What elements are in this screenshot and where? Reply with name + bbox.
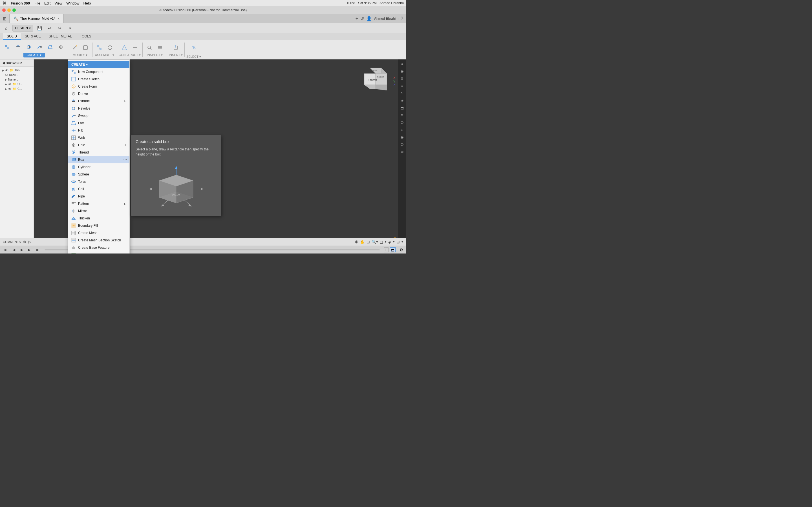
timeline-play-button[interactable]: ▶ <box>18 247 25 253</box>
menu-window[interactable]: Window <box>66 1 79 5</box>
assemble-group-label[interactable]: ASSEMBLE ▾ <box>95 53 114 57</box>
menu-item-create-sketch[interactable]: Create Sketch <box>68 75 130 83</box>
ribbon-assemble-1[interactable] <box>94 43 104 53</box>
menu-item-torus[interactable]: Torus <box>68 178 130 185</box>
dropdown-header[interactable]: CREATE ▾ <box>68 61 130 68</box>
close-window-button[interactable] <box>2 8 6 12</box>
account-button[interactable]: 👤 <box>366 16 372 21</box>
panel-btn-5[interactable]: ∿ <box>399 90 405 97</box>
panel-btn-10[interactable]: ⊙ <box>399 126 405 133</box>
menu-item-derive[interactable]: Derive <box>68 90 130 98</box>
active-tab[interactable]: 🔨 Thor Hammer Mold v1* × <box>10 14 64 23</box>
grid-dropdown[interactable]: ▾ <box>402 240 403 244</box>
redo-button[interactable]: ↪ <box>56 25 64 32</box>
display-mode-icon[interactable]: ◻ <box>380 240 383 244</box>
ribbon-construct-2[interactable] <box>130 43 140 53</box>
menu-item-create-mesh-section[interactable]: Create Mesh Section Sketch <box>68 237 130 244</box>
tab-surface[interactable]: SURFACE <box>21 33 45 40</box>
menu-item-coil[interactable]: Coil <box>68 185 130 193</box>
settings-icon[interactable]: ⚙ <box>400 247 403 252</box>
zoom-dropdown[interactable]: 🔍▾ <box>371 240 378 244</box>
ribbon-select-1[interactable] <box>187 41 200 54</box>
menu-item-extrude[interactable]: Extrude E <box>68 98 130 105</box>
ribbon-sweep[interactable] <box>35 42 45 52</box>
menu-item-web[interactable]: Web <box>68 134 130 142</box>
inspect-group-label[interactable]: INSPECT ▾ <box>147 53 163 57</box>
ribbon-inspect-2[interactable] <box>155 43 165 53</box>
more-options-button[interactable]: ▾ <box>66 25 74 32</box>
timeline-view-2[interactable]: ⬒ <box>390 247 396 252</box>
menu-item-thicken[interactable]: Thicken <box>68 215 130 222</box>
new-tab-button[interactable]: + <box>356 16 358 21</box>
sidebar-item-component[interactable]: ▶ 👁 📁 C... <box>1 87 33 91</box>
grid-icon[interactable]: ⊞ <box>396 240 400 244</box>
ribbon-extrude[interactable] <box>13 42 23 52</box>
menu-item-pipe[interactable]: Pipe <box>68 193 130 200</box>
sidebar-collapse-icon[interactable]: ◀ <box>2 61 4 65</box>
minimize-window-button[interactable] <box>7 8 11 12</box>
comments-add-icon[interactable]: ⊕ <box>23 240 26 244</box>
panel-btn-13[interactable]: ✉ <box>399 149 405 155</box>
ribbon-modify-1[interactable] <box>70 43 80 53</box>
menu-item-cylinder[interactable]: Cylinder <box>68 163 130 171</box>
menu-item-mirror[interactable]: Mirror <box>68 207 130 215</box>
menu-item-create-mesh[interactable]: Create Mesh <box>68 229 130 237</box>
box-more-icon[interactable]: ⋯ <box>123 158 127 162</box>
sidebar-item-named-views[interactable]: ▶ Name... <box>1 77 33 82</box>
timeline-prev-button[interactable]: ◀ <box>11 247 17 253</box>
save-button[interactable]: 💾 <box>36 25 43 32</box>
ribbon-new-component[interactable] <box>2 42 12 52</box>
modify-group-label[interactable]: MODIFY ▾ <box>73 53 87 57</box>
viewcube[interactable]: FRONT RIGHT TOP <box>361 65 387 91</box>
refresh-button[interactable]: ↺ <box>360 16 364 21</box>
display-mode-dropdown[interactable]: ▾ <box>385 240 387 244</box>
app-grid-button[interactable]: ⊞ <box>0 14 10 23</box>
effects-dropdown[interactable]: ▾ <box>393 240 395 244</box>
menu-item-rib[interactable]: Rib <box>68 127 130 134</box>
design-mode-button[interactable]: DESIGN ▾ <box>12 25 33 32</box>
ribbon-hole[interactable] <box>56 42 66 52</box>
comments-expand-icon[interactable]: ▷ <box>29 240 31 244</box>
panel-btn-4[interactable]: ≡ <box>399 82 405 89</box>
home-button[interactable]: ⌂ <box>2 25 10 32</box>
timeline-next-button[interactable]: ▶| <box>27 247 33 253</box>
tab-sheet-metal[interactable]: SHEET METAL <box>45 33 76 40</box>
maximize-window-button[interactable] <box>12 8 16 12</box>
timeline-view-1[interactable]: □ <box>384 247 389 252</box>
tab-close-button[interactable]: × <box>58 17 59 20</box>
menu-item-revolve[interactable]: Revolve <box>68 105 130 112</box>
tab-solid[interactable]: SOLID <box>3 33 21 40</box>
panel-btn-2[interactable]: ◉ <box>399 68 405 75</box>
panel-btn-1[interactable]: ● <box>399 61 405 67</box>
effects-icon[interactable]: ◈ <box>388 240 391 244</box>
menu-item-boundary-fill[interactable]: Boundary Fill <box>68 222 130 229</box>
menu-item-thread[interactable]: Thread <box>68 149 130 156</box>
menu-item-create-form[interactable]: Create Form <box>68 83 130 90</box>
menu-item-box[interactable]: Box ⋯ <box>68 156 130 163</box>
ribbon-insert-1[interactable] <box>170 43 181 53</box>
menu-item-pattern[interactable]: Pattern ▶ <box>68 200 130 207</box>
ribbon-modify-2[interactable] <box>80 43 91 53</box>
ribbon-loft[interactable] <box>45 42 55 52</box>
construct-group-label[interactable]: CONSTRUCT ▾ <box>119 53 141 57</box>
sidebar-item-root[interactable]: ▶ 👁 📁 Tho... <box>1 68 33 73</box>
timeline-end-button[interactable]: ⏭ <box>35 247 41 253</box>
menu-help[interactable]: Help <box>83 1 91 5</box>
ribbon-assemble-2[interactable] <box>105 43 115 53</box>
panel-btn-9[interactable]: ⬡ <box>399 119 405 126</box>
hand-tool-icon[interactable]: ✋ <box>360 240 365 244</box>
ribbon-inspect-1[interactable] <box>144 43 154 53</box>
tab-tools[interactable]: TOOLS <box>76 33 95 40</box>
menu-item-create-base-feature[interactable]: Create Base Feature <box>68 244 130 251</box>
zoom-fit-icon[interactable]: ⊡ <box>366 240 370 244</box>
insert-group-label[interactable]: INSERT ▾ <box>169 53 183 57</box>
menu-item-new-component[interactable]: New Component <box>68 68 130 75</box>
apple-logo-icon[interactable]: ⌘ <box>2 1 6 5</box>
menu-view[interactable]: View <box>54 1 62 5</box>
create-dropdown-button[interactable]: CREATE ▾ <box>23 53 45 57</box>
timeline-start-button[interactable]: ⏮ <box>3 247 9 253</box>
undo-button[interactable]: ↩ <box>46 25 54 32</box>
menu-item-sphere[interactable]: Sphere <box>68 171 130 178</box>
menu-item-loft[interactable]: Loft <box>68 119 130 127</box>
panel-btn-11[interactable]: ◉ <box>399 134 405 140</box>
